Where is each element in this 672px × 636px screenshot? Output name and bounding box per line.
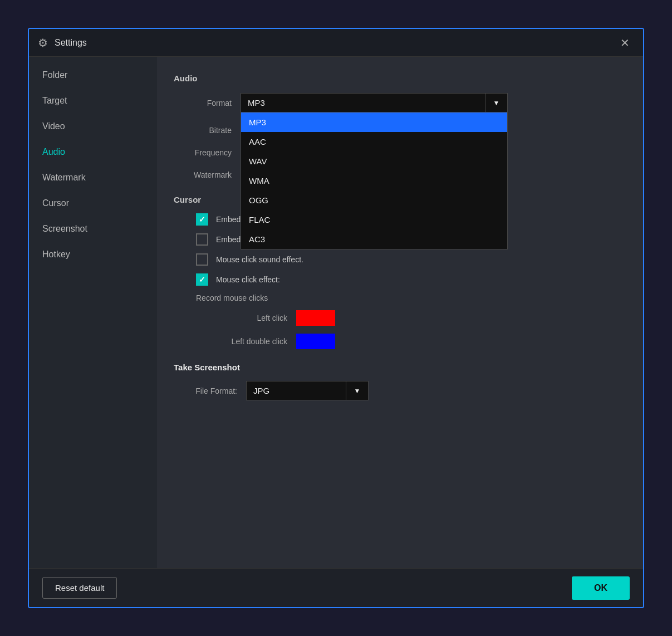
checkbox-embed-recording-box[interactable]	[196, 213, 208, 226]
frequency-label: Frequency	[174, 148, 241, 157]
left-double-click-row: Left double click	[174, 334, 626, 349]
dropdown-arrow-icon	[485, 94, 507, 112]
format-dropdown-open: MP3 AAC WAV WMA OGG FLAC AC3	[241, 112, 508, 249]
format-select[interactable]: MP3	[241, 93, 508, 112]
sidebar-item-cursor[interactable]: Cursor	[29, 190, 157, 216]
left-click-color-swatch[interactable]	[296, 310, 335, 326]
sidebar-item-folder[interactable]: Folder	[29, 62, 157, 88]
watermark-label: Watermark	[174, 170, 241, 179]
content-scroll[interactable]: Audio Format MP3 MP3 AAC WAV	[157, 57, 643, 568]
bitrate-label: Bitrate	[174, 126, 241, 135]
title-bar: ⚙ Settings ✕	[29, 29, 643, 57]
record-mouse-clicks-label: Record mouse clicks	[174, 293, 626, 302]
audio-section-header: Audio	[174, 74, 626, 83]
checkbox-embed-screenshots-box[interactable]	[196, 233, 208, 246]
sidebar-item-target[interactable]: Target	[29, 88, 157, 114]
file-format-row: File Format: JPG	[174, 381, 626, 400]
ok-button[interactable]: OK	[572, 576, 630, 600]
format-option-ogg[interactable]: OGG	[241, 190, 507, 210]
format-label: Format	[174, 99, 241, 107]
window-title: Settings	[55, 38, 616, 48]
checkbox-click-sound-label: Mouse click sound effect.	[216, 255, 303, 264]
left-click-row: Left click	[174, 310, 626, 326]
sidebar-item-watermark[interactable]: Watermark	[29, 165, 157, 190]
format-option-ac3[interactable]: AC3	[241, 229, 507, 249]
format-option-mp3[interactable]: MP3	[241, 112, 507, 132]
format-option-aac[interactable]: AAC	[241, 132, 507, 151]
sidebar-item-audio[interactable]: Audio	[29, 139, 157, 165]
checkbox-click-effect-box[interactable]	[196, 273, 208, 286]
close-button[interactable]: ✕	[616, 34, 634, 52]
format-option-wma[interactable]: WMA	[241, 171, 507, 190]
main-content: Folder Target Video Audio Watermark Curs…	[29, 57, 643, 568]
checkbox-click-sound: Mouse click sound effect.	[174, 253, 626, 266]
file-format-dropdown: JPG	[246, 381, 369, 400]
footer-bar: Reset default OK	[29, 568, 643, 607]
sidebar-item-video[interactable]: Video	[29, 114, 157, 139]
sidebar-item-hotkey[interactable]: Hotkey	[29, 242, 157, 267]
format-option-flac[interactable]: FLAC	[241, 210, 507, 229]
reset-default-button[interactable]: Reset default	[42, 577, 117, 599]
left-click-label: Left click	[218, 314, 296, 322]
settings-window: ⚙ Settings ✕ Folder Target Video Audio W…	[28, 28, 644, 608]
sidebar-item-screenshot[interactable]: Screenshot	[29, 216, 157, 242]
left-double-click-label: Left double click	[218, 337, 296, 346]
settings-icon: ⚙	[38, 36, 48, 50]
left-double-click-color-swatch[interactable]	[296, 334, 335, 349]
file-format-label: File Format:	[174, 387, 246, 395]
format-option-wav[interactable]: WAV	[241, 151, 507, 171]
checkbox-click-sound-box[interactable]	[196, 253, 208, 266]
file-format-select[interactable]: JPG	[246, 381, 369, 400]
checkbox-click-effect: Mouse click effect:	[174, 273, 626, 286]
format-dropdown-wrapper: MP3 MP3 AAC WAV WMA OGG FLAC AC3	[241, 93, 508, 112]
content-area: Audio Format MP3 MP3 AAC WAV	[157, 57, 643, 568]
file-format-dropdown-arrow-icon	[346, 381, 368, 400]
sidebar: Folder Target Video Audio Watermark Curs…	[29, 57, 157, 568]
screenshot-section-header: Take Screenshot	[174, 363, 626, 372]
format-row: Format MP3 MP3 AAC WAV WMA OGG	[174, 93, 626, 112]
screenshot-section: Take Screenshot File Format: JPG	[174, 363, 626, 400]
checkbox-click-effect-label: Mouse click effect:	[216, 275, 280, 284]
